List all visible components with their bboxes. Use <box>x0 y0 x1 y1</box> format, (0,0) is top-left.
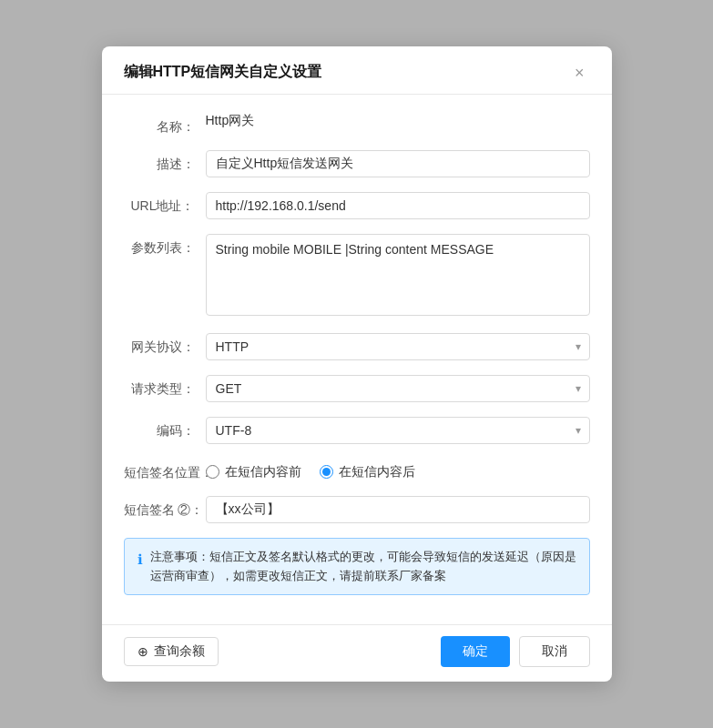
protocol-select[interactable]: HTTP HTTPS <box>206 333 590 360</box>
params-label: 参数列表： <box>124 234 206 257</box>
edit-sms-gateway-dialog: 编辑HTTP短信网关自定义设置 × 名称： Http网关 描述： URL地址： <box>102 46 612 682</box>
request-select[interactable]: GET POST <box>206 375 590 402</box>
request-type-row: 请求类型： GET POST ▾ <box>124 375 590 402</box>
sign-label: 短信签名 ②： <box>124 496 206 519</box>
request-field[interactable]: GET POST ▾ <box>206 375 590 402</box>
params-textarea[interactable] <box>206 234 590 316</box>
encoding-field[interactable]: UTF-8 GBK GB2312 ▾ <box>206 417 590 444</box>
sign-pos-row: 短信签名位置： 在短信内容前 在短信内容后 <box>124 459 590 481</box>
name-label: 名称： <box>124 113 206 136</box>
notice-box: ℹ 注意事项：短信正文及签名默认格式的更改，可能会导致短信的发送延迟（原因是运营… <box>124 538 590 596</box>
query-balance-button[interactable]: ⊕ 查询余额 <box>124 637 219 666</box>
close-button[interactable]: × <box>569 63 590 83</box>
cancel-button[interactable]: 取消 <box>519 636 590 667</box>
sign-pos-before-item[interactable]: 在短信内容前 <box>206 464 301 480</box>
sign-row: 短信签名 ②： <box>124 496 590 523</box>
dialog-header: 编辑HTTP短信网关自定义设置 × <box>102 46 612 95</box>
url-label: URL地址： <box>124 192 206 215</box>
info-icon: ℹ <box>138 549 143 571</box>
protocol-row: 网关协议： HTTP HTTPS ▾ <box>124 333 590 360</box>
notice-text: 注意事项：短信正文及签名默认格式的更改，可能会导致短信的发送延迟（原因是运营商审… <box>150 548 576 586</box>
desc-row: 描述： <box>124 150 590 177</box>
sign-pos-after-radio[interactable] <box>320 465 333 479</box>
sign-pos-before-radio[interactable] <box>206 465 219 479</box>
url-input[interactable] <box>206 192 590 219</box>
plus-circle-icon: ⊕ <box>138 644 148 659</box>
protocol-field[interactable]: HTTP HTTPS ▾ <box>206 333 590 360</box>
query-balance-label: 查询余额 <box>154 643 205 660</box>
params-field[interactable] <box>206 234 590 318</box>
desc-input[interactable] <box>206 150 590 177</box>
encoding-select-wrapper[interactable]: UTF-8 GBK GB2312 ▾ <box>206 417 590 444</box>
desc-label: 描述： <box>124 150 206 173</box>
footer-left: ⊕ 查询余额 <box>124 637 219 666</box>
sign-pos-radio-group: 在短信内容前 在短信内容后 <box>206 459 590 480</box>
dialog-body: 名称： Http网关 描述： URL地址： 参数列表： <box>102 95 612 625</box>
sign-input[interactable] <box>206 496 590 523</box>
encoding-row: 编码： UTF-8 GBK GB2312 ▾ <box>124 417 590 444</box>
sign-pos-after-label[interactable]: 在短信内容后 <box>339 464 415 480</box>
protocol-label: 网关协议： <box>124 333 206 356</box>
confirm-button[interactable]: 确定 <box>441 636 510 667</box>
name-row: 名称： Http网关 <box>124 113 590 136</box>
request-select-wrapper[interactable]: GET POST ▾ <box>206 375 590 402</box>
url-row: URL地址： <box>124 192 590 219</box>
encoding-label: 编码： <box>124 417 206 440</box>
name-field: Http网关 <box>206 113 590 129</box>
request-label: 请求类型： <box>124 375 206 398</box>
sign-pos-after-item[interactable]: 在短信内容后 <box>320 464 415 480</box>
encoding-select[interactable]: UTF-8 GBK GB2312 <box>206 417 590 444</box>
url-field[interactable] <box>206 192 590 219</box>
sign-pos-field: 在短信内容前 在短信内容后 <box>206 459 590 480</box>
params-row: 参数列表： <box>124 234 590 318</box>
sign-pos-label: 短信签名位置： <box>124 459 206 481</box>
desc-field[interactable] <box>206 150 590 177</box>
dialog-title: 编辑HTTP短信网关自定义设置 <box>124 63 322 82</box>
footer-right: 确定 取消 <box>441 636 590 667</box>
protocol-select-wrapper[interactable]: HTTP HTTPS ▾ <box>206 333 590 360</box>
dialog-footer: ⊕ 查询余额 确定 取消 <box>102 624 612 682</box>
sign-pos-before-label[interactable]: 在短信内容前 <box>225 464 301 480</box>
name-value: Http网关 <box>206 106 255 127</box>
sign-field[interactable] <box>206 496 590 523</box>
